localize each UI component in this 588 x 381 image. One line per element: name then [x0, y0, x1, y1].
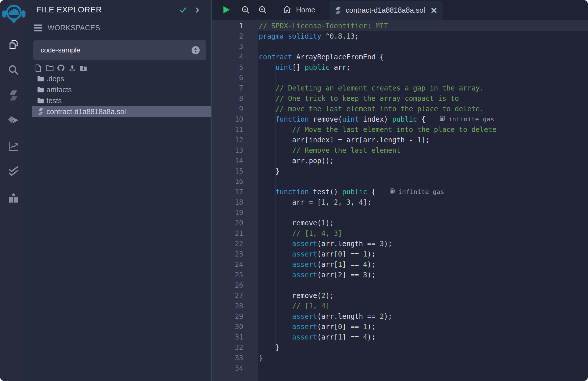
code-line-4: contract ArrayReplaceFromEnd { [259, 52, 384, 62]
code-line-23: assert(arr[0] == 1); [259, 249, 376, 259]
code-line-2: pragma solidity ^0.8.13; [259, 31, 359, 42]
chevron-right-icon[interactable] [194, 6, 201, 14]
code-line-1: // SPDX-License-Identifier: MIT [259, 21, 388, 31]
workspace-select[interactable]: code-sample [33, 40, 206, 60]
code-line-32: } [259, 342, 280, 353]
code-line-15: } [259, 166, 280, 176]
folder-icon [37, 86, 44, 93]
tabbar-separator [274, 3, 274, 17]
code-line-27: remove(2); [259, 291, 334, 301]
code-line-8: // One trick to keep the array compact i… [259, 93, 459, 104]
line-number-4: 4 [212, 52, 243, 62]
new-folder-icon[interactable] [45, 64, 54, 72]
line-number-2: 2 [212, 31, 243, 42]
tree-item-label: tests [46, 97, 62, 105]
line-number-3: 3 [212, 42, 243, 52]
tab-contract-file[interactable]: contract-d1a8818a8a.sol [329, 1, 443, 20]
code-line-29: assert(arr.length == 2); [259, 311, 392, 322]
tree-item-label: contract-d1a8818a8a.sol [46, 107, 126, 116]
line-number-27: 27 [212, 291, 243, 301]
line-number-24: 24 [212, 259, 243, 270]
code-area[interactable]: 1234567891011121314151617181920212223242… [212, 20, 588, 381]
line-number-9: 9 [212, 104, 243, 114]
line-number-20: 20 [212, 218, 243, 228]
remix-ide-window: FILE EXPLORER WORKSPACES code-sample [0, 0, 588, 381]
solidity-compiler-icon [8, 90, 19, 102]
sidebar-item-search[interactable] [0, 62, 27, 79]
sidebar-item-solidity-compiler[interactable] [0, 87, 27, 104]
chart-icon [8, 140, 19, 153]
code-line-9: // move the last element into the place … [259, 104, 484, 114]
upload-file-icon[interactable] [68, 64, 76, 72]
gas-pump-icon [389, 187, 396, 197]
line-number-23: 23 [212, 249, 243, 259]
upload-folder-icon[interactable] [79, 64, 88, 72]
search-icon [8, 64, 20, 77]
code-line-33: } [259, 353, 263, 363]
workspaces-label: WORKSPACES [48, 24, 100, 32]
code-line-20: remove(1); [259, 218, 334, 228]
sidebar-item-file-explorer[interactable] [0, 37, 27, 54]
tree-item--deps[interactable]: .deps [28, 73, 211, 84]
new-file-icon[interactable] [34, 64, 42, 72]
code-line-13: // Remove the last element [259, 145, 400, 156]
sidebar-item-learneth[interactable] [0, 190, 27, 207]
tree-item-tests[interactable]: tests [28, 95, 211, 106]
code-line-21: // [1, 4, 3] [259, 228, 342, 239]
github-icon[interactable] [57, 64, 65, 72]
zoom-out-icon[interactable] [240, 4, 251, 16]
line-number-31: 31 [212, 332, 243, 342]
code-line-18: arr = [1, 2, 3, 4]; [259, 197, 371, 208]
home-icon [283, 5, 291, 15]
page: FILE EXPLORER WORKSPACES code-sample [0, 0, 588, 381]
line-number-15: 15 [212, 166, 243, 176]
line-number-18: 18 [212, 197, 243, 208]
close-tab-icon[interactable] [430, 7, 437, 14]
gas-estimate-badge: infinite gas [389, 187, 444, 197]
code-line-22: assert(arr.length == 3); [259, 239, 392, 249]
file-explorer-panel: FILE EXPLORER WORKSPACES code-sample [28, 0, 211, 381]
line-number-19: 19 [212, 208, 243, 218]
line-number-12: 12 [212, 135, 243, 145]
code-line-7: // Deleting an element creates a gap in … [259, 83, 484, 93]
code-line-5: uint[] public arr; [259, 62, 351, 73]
code-line-10: function remove(uint index) public {infi… [259, 114, 494, 125]
line-number-30: 30 [212, 322, 243, 332]
line-number-16: 16 [212, 176, 243, 187]
code-line-30: assert(arr[0] == 1); [259, 322, 376, 332]
ethereum-deploy-icon [8, 115, 19, 127]
workspaces-header: WORKSPACES [34, 24, 100, 32]
tree-item-artifacts[interactable]: artifacts [28, 84, 211, 95]
sidebar-item-statistics[interactable] [0, 138, 27, 155]
run-script-icon[interactable] [220, 4, 232, 16]
line-number-5: 5 [212, 62, 243, 73]
tree-item-label: .deps [46, 75, 64, 83]
zoom-in-icon[interactable] [257, 4, 268, 16]
tab-home[interactable]: Home [279, 0, 319, 20]
tree-item-label: artifacts [46, 86, 72, 94]
tree-item-contract-d1a8818a8a-sol[interactable]: contract-d1a8818a8a.sol [32, 106, 211, 117]
line-number-34: 34 [212, 363, 243, 374]
line-number-25: 25 [212, 270, 243, 280]
line-number-1: 1 [212, 21, 243, 31]
editor: Home contract-d1a8818a8a.sol 12345678910… [212, 0, 588, 381]
line-number-14: 14 [212, 156, 243, 166]
workspaces-menu-icon[interactable] [34, 24, 42, 32]
icon-sidebar [0, 0, 27, 381]
line-number-28: 28 [212, 301, 243, 311]
code-line-24: assert(arr[1] == 4); [259, 259, 376, 270]
editor-tabbar: Home contract-d1a8818a8a.sol [212, 0, 588, 20]
line-number-26: 26 [212, 280, 243, 291]
folder-icon [37, 75, 44, 82]
solidity-file-icon [335, 6, 342, 14]
accept-check-icon[interactable] [179, 6, 187, 14]
code-line-11: // Move the last element into the place … [259, 125, 497, 135]
gas-estimate-badge: infinite gas [439, 114, 494, 125]
sidebar-item-solidity-unit-testing[interactable] [0, 163, 27, 180]
workspace-updown-icon[interactable] [191, 46, 200, 54]
remix-logo-icon[interactable] [1, 2, 27, 25]
code-line-14: arr.pop(); [259, 156, 334, 166]
sidebar-item-deploy-and-run[interactable] [0, 113, 27, 129]
line-number-29: 29 [212, 311, 243, 322]
gutter: 1234567891011121314151617181920212223242… [212, 20, 258, 381]
